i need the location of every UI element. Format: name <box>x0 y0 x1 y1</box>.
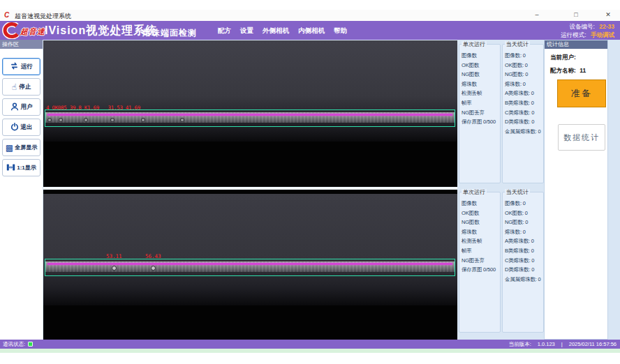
app-title: IVision视觉处理系统 <box>45 24 157 38</box>
one-to-one-icon <box>6 163 15 173</box>
datetime-value: 2025/02/11 16:57:56 <box>569 341 617 347</box>
stat-row: 检测丢帧 <box>462 236 500 246</box>
sidebar-title: 操作区 <box>0 40 43 49</box>
camera2-measurement-label: 56.43 <box>145 253 161 259</box>
run-mode-row: 运行模式: 手动调试 <box>561 31 614 39</box>
stat-row: 熔珠数 <box>462 79 500 89</box>
menu-item[interactable]: 帮助 <box>334 26 347 36</box>
ready-button[interactable]: 准备 <box>557 79 606 107</box>
one-to-one-button[interactable]: 1:1显示 <box>2 159 40 176</box>
stat-row: 保存原图 0/500 <box>462 117 500 127</box>
main-area: 操作区 运行 ☝ 停止 用户 退出 <box>0 40 620 340</box>
stat-row: 帧率 <box>462 98 500 108</box>
device-number-value: 22-33 <box>599 23 614 30</box>
version-label: 当前版本: <box>509 341 531 348</box>
outer-camera-view: 4 OK085 39.8 K1.69 31.53 41.69 <box>43 40 457 187</box>
stat-row: A类熔珠数: 0 <box>505 89 543 98</box>
data-statistics-button[interactable]: 数据统计 <box>558 124 605 151</box>
stat-row: NG图数 <box>462 218 500 227</box>
stat-row: OK图数 <box>462 208 500 218</box>
exit-label: 退出 <box>21 123 33 132</box>
single-run-title: 单次运行 <box>462 189 487 196</box>
stat-row: NG图数: 0 <box>505 70 543 79</box>
camera2-weld-line <box>47 263 452 265</box>
stop-button[interactable]: ☝ 停止 <box>2 78 40 96</box>
recipe-name-value: 11 <box>580 67 586 74</box>
run-mode-label: 运行模式: <box>561 31 586 38</box>
menu-item[interactable]: 配方 <box>218 26 231 36</box>
stat-row: NG图丢弃 <box>462 256 500 266</box>
daily-stats-rows: 图像数: 0OK图数: 0NG图数: 0熔珠数: 0A类熔珠数: 0B类熔珠数:… <box>505 51 543 136</box>
camera2-daily-stats-box: 当天统计 图像数: 0OK图数: 0NG图数: 0熔珠数: 0A类熔珠数: 0B… <box>502 192 544 333</box>
camera2-measurement-label: 53.11 <box>106 253 122 259</box>
fullscreen-label: 全屏显示 <box>15 144 37 151</box>
menu-bar: 配方设置外侧相机内侧相机帮助 <box>218 21 347 40</box>
taskbar-strip <box>0 349 620 353</box>
maximize-button[interactable]: □ <box>568 10 584 20</box>
comm-status-indicator <box>28 342 33 347</box>
fullscreen-grid-icon: ▩ <box>6 144 13 152</box>
comm-status: 通讯状态: <box>3 340 33 349</box>
camera2-feature-dot <box>112 266 117 271</box>
window-title: 超音速视觉处理系统 <box>15 12 71 21</box>
version-datetime: 当前版本: 1.0.123 | 2025/02/11 16:57:56 <box>509 340 617 349</box>
stat-row: 保存原图 0/500 <box>462 265 500 275</box>
comm-status-label: 通讯状态: <box>3 341 25 348</box>
single-run-rows: 图像数OK图数NG图数熔珠数检测丢帧帧率NG图丢弃保存原图 0/500 <box>462 199 500 275</box>
single-run-rows: 图像数OK图数NG图数熔珠数检测丢帧帧率NG图丢弃保存原图 0/500 <box>462 51 500 127</box>
stat-row: 帧率 <box>462 246 500 256</box>
camera1-weld-line <box>47 114 452 116</box>
run-icon <box>10 62 19 71</box>
daily-stats-rows: 图像数: 0OK图数: 0NG图数: 0熔珠数: 0A类熔珠数: 0B类熔珠数:… <box>505 199 543 284</box>
brand-logo-text: 超音速 <box>20 26 45 37</box>
stat-row: 图像数 <box>462 199 500 208</box>
user-button[interactable]: 用户 <box>2 98 40 116</box>
camera2-single-run-box: 单次运行 图像数OK图数NG图数熔珠数检测丢帧帧率NG图丢弃保存原图 0/500 <box>459 192 501 333</box>
current-user-label: 当前用户: <box>550 54 576 61</box>
daily-stats-title: 当天统计 <box>505 189 530 196</box>
stat-row: 熔珠数: 0 <box>505 227 543 237</box>
camera1-feature-dot <box>59 118 63 122</box>
stat-row: NG图数 <box>462 70 500 79</box>
info-panel-title: 统计信息 <box>545 40 607 49</box>
stat-row: NG图数: 0 <box>505 218 543 227</box>
close-button[interactable]: ✕ <box>600 10 616 20</box>
user-label: 用户 <box>21 103 33 112</box>
fullscreen-button[interactable]: ▩ 全屏显示 <box>2 139 40 156</box>
header-device-info: 设备编号: 22-33 运行模式: 手动调试 <box>561 22 614 39</box>
camera2-feature-dot <box>151 266 156 271</box>
menu-item[interactable]: 设置 <box>240 26 253 36</box>
stat-row: 图像数 <box>462 51 500 61</box>
operation-sidebar: 操作区 运行 ☝ 停止 用户 退出 <box>0 40 43 340</box>
stat-row: OK图数: 0 <box>505 61 543 70</box>
run-button[interactable]: 运行 <box>2 58 40 75</box>
recipe-name-row: 配方名称: 11 <box>550 67 607 75</box>
camera1-feature-dot <box>141 118 145 122</box>
menu-item[interactable]: 外侧相机 <box>263 26 289 36</box>
hand-stop-icon: ☝ <box>12 83 17 91</box>
brand-logo-icon <box>2 22 20 42</box>
stat-row: 图像数: 0 <box>505 199 543 208</box>
minimize-button[interactable]: – <box>529 10 545 20</box>
stat-row: D类熔珠数: 0 <box>505 117 543 127</box>
camera1-feature-dot <box>47 118 52 122</box>
camera1-feature-dot <box>110 118 115 122</box>
menu-item[interactable]: 内侧相机 <box>298 26 325 36</box>
app-header: 超音速 IVision视觉处理系统 熔珠端面检测 配方设置外侧相机内侧相机帮助 … <box>0 21 620 40</box>
status-separator: | <box>561 341 563 347</box>
device-number-row: 设备编号: 22-33 <box>561 22 614 31</box>
stat-row: 熔珠数: 0 <box>505 79 543 89</box>
daily-stats-title: 当天统计 <box>505 41 530 48</box>
current-user-row: 当前用户: <box>550 54 607 62</box>
exit-button[interactable]: 退出 <box>2 119 40 136</box>
stat-row: A类熔珠数: 0 <box>505 236 543 246</box>
single-run-title: 单次运行 <box>462 41 487 48</box>
run-label: 运行 <box>21 63 33 71</box>
stat-row: D类熔珠数: 0 <box>505 265 543 275</box>
statistics-info-panel: 统计信息 当前用户: 配方名称: 11 准备 数据统计 <box>544 40 608 340</box>
camera2-image <box>43 194 457 305</box>
app-window: C 超音速视觉处理系统 – □ ✕ 超音速 IVision视觉处理系统 熔珠端面… <box>0 0 620 364</box>
user-icon <box>10 103 19 112</box>
stat-row: 金属屑熔珠数: 0 <box>505 275 543 285</box>
camera1-feature-dot <box>180 118 184 122</box>
